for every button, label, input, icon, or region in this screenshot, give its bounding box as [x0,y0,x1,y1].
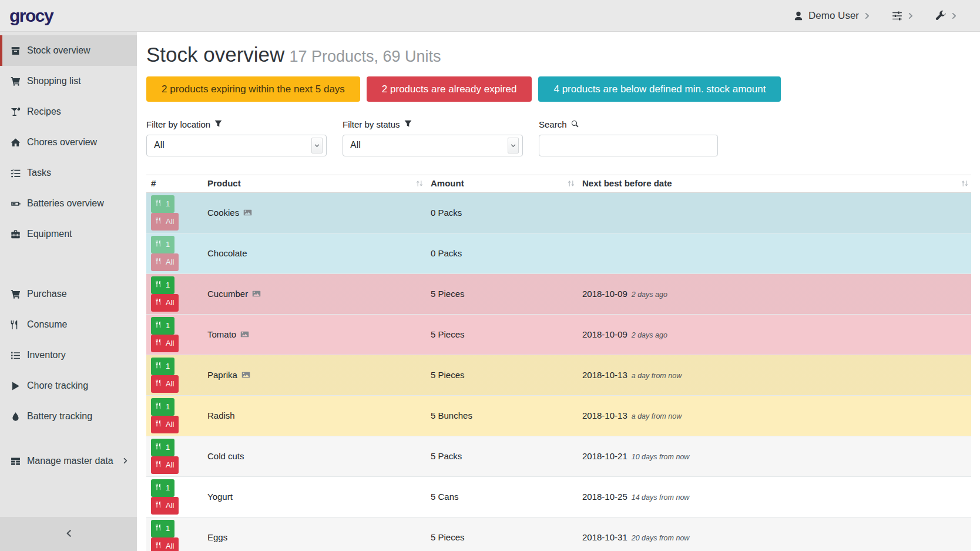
consume-one-button[interactable]: 1 [151,398,174,416]
sidebar-item-chores-overview[interactable]: Chores overview [0,127,137,158]
chevron-down-icon [508,138,519,153]
utensils-icon [156,460,163,469]
table-header-row: # Product Amount Next best before date [146,175,971,192]
sidebar-item-battery-tracking[interactable]: Battery tracking [0,401,137,432]
amount-cell: 5 Pieces [426,517,578,551]
consume-all-button[interactable]: All [151,335,179,352]
table-icon [9,456,22,466]
sidebar-item-equipment[interactable]: Equipment [0,219,137,249]
navbar-menus: Demo User [793,10,958,22]
cocktail-icon [9,107,22,117]
amount-cell: 0 Packs [426,233,578,273]
table-row: 1 All Radish 5 Bunches 2018-10-13a day f… [146,395,971,436]
sidebar-item-manage-master-data[interactable]: Manage master data [0,446,137,476]
status-filter-select[interactable]: All [343,135,523,156]
sidebar-item-recipes[interactable]: Recipes [0,96,137,127]
consume-one-button[interactable]: 1 [151,520,174,537]
battery-icon [9,199,22,209]
utensils-icon [156,483,163,492]
sidebar-item-stock-overview[interactable]: Stock overview [0,35,137,66]
main-content: Stock overview17 Products, 69 Units 2 pr… [137,0,980,551]
consume-all-button[interactable]: All [151,537,179,551]
best-before-date: 2018-10-13 [582,410,627,420]
consume-one-button[interactable]: 1 [151,439,174,456]
consume-all-button[interactable]: All [151,497,179,515]
consume-all-button[interactable]: All [151,456,179,474]
utensils-icon [156,402,163,411]
sidebar-item-batteries-overview[interactable]: Batteries overview [0,188,137,219]
expiring-alert-button[interactable]: 2 products expiring within the next 5 da… [146,76,360,102]
consume-one-button[interactable]: 1 [151,479,174,497]
consume-all-button[interactable]: All [151,213,179,231]
consume-all-button[interactable]: All [151,294,179,312]
column-header-best-before[interactable]: Next best before date [578,175,971,192]
sidebar-item-inventory[interactable]: Inventory [0,340,137,370]
location-filter-select[interactable]: All [146,135,327,156]
stock-alerts: 2 products expiring within the next 5 da… [146,76,971,102]
sort-icon[interactable] [415,179,424,188]
product-image-icon[interactable] [241,370,250,379]
best-before-date: 2018-10-09 [582,289,627,299]
status-filter-label-text: Filter by status [343,119,400,129]
admin-menu[interactable] [935,11,958,21]
consume-all-button[interactable]: All [151,253,179,271]
expired-alert-button[interactable]: 2 products are already expired [367,76,532,102]
search-label-text: Search [539,119,567,129]
sidebar-item-consume[interactable]: Consume [0,309,137,340]
utensils-icon [156,321,163,330]
table-row: 1 All Yogurt 5 Cans 2018-10-2514 days fr… [146,476,971,517]
sort-icon[interactable] [961,179,969,188]
sidebar-item-label: Purchase [27,289,67,299]
consume-one-button[interactable]: 1 [151,236,174,253]
search-input[interactable] [539,135,718,156]
product-image-icon[interactable] [252,289,261,298]
app-logo[interactable]: grocy [9,6,53,26]
cart-icon [9,289,22,299]
column-header-amount[interactable]: Amount [426,175,578,192]
sidebar-item-tasks[interactable]: Tasks [0,158,137,188]
best-before-date: 2018-10-31 [582,532,627,542]
utensils-icon [156,501,163,510]
below-min-stock-alert-button[interactable]: 4 products are below defined min. stock … [538,76,781,102]
sidebar-item-label: Inventory [27,350,66,360]
utensils-icon [156,339,163,348]
best-before-relative: 2 days ago [632,290,667,299]
location-filter-group: Filter by location All [146,119,343,156]
consume-one-button[interactable]: 1 [151,317,174,335]
product-image-icon[interactable] [240,330,249,339]
sidebar-item-shopping-list[interactable]: Shopping list [0,66,137,96]
consume-one-button[interactable]: 1 [151,358,174,375]
settings-menu[interactable] [892,11,914,21]
page-title-summary: 17 Products, 69 Units [289,48,441,65]
best-before-relative: 2 days ago [632,331,667,339]
search-label: Search [539,119,735,129]
best-before-date: 2018-10-09 [582,329,627,339]
sidebar-item-label: Tasks [27,168,51,178]
table-row: 1 All Cookies 0 Packs [146,192,971,233]
sidebar-item-purchase[interactable]: Purchase [0,279,137,309]
location-filter-label: Filter by location [146,119,343,129]
toolbox-icon [9,229,22,239]
cart-icon [9,76,22,86]
utensils-icon [156,443,163,452]
sidebar-item-label: Consume [27,319,67,330]
consume-one-button[interactable]: 1 [151,276,174,294]
column-header-product[interactable]: Product [203,175,426,192]
best-before-relative: a day from now [632,372,682,380]
top-navbar: grocy Demo User [0,0,980,32]
user-menu[interactable]: Demo User [793,10,871,22]
consume-one-button[interactable]: 1 [151,195,174,213]
sidebar-collapse-button[interactable] [0,517,137,551]
utensils-icon [156,420,163,429]
table-row: 1 All Cucumber 5 Pieces 2018-10-092 days… [146,273,971,314]
best-before-relative: 14 days from now [632,493,690,502]
consume-all-button[interactable]: All [151,416,179,433]
utensils-icon [156,280,163,289]
sort-icon[interactable] [567,179,575,188]
consume-all-button[interactable]: All [151,375,179,393]
product-image-icon[interactable] [243,208,252,217]
sidebar-item-label: Chores overview [27,137,97,148]
sidebar-item-chore-tracking[interactable]: Chore tracking [0,370,137,401]
chevron-left-icon [65,529,73,539]
user-icon [793,11,804,21]
